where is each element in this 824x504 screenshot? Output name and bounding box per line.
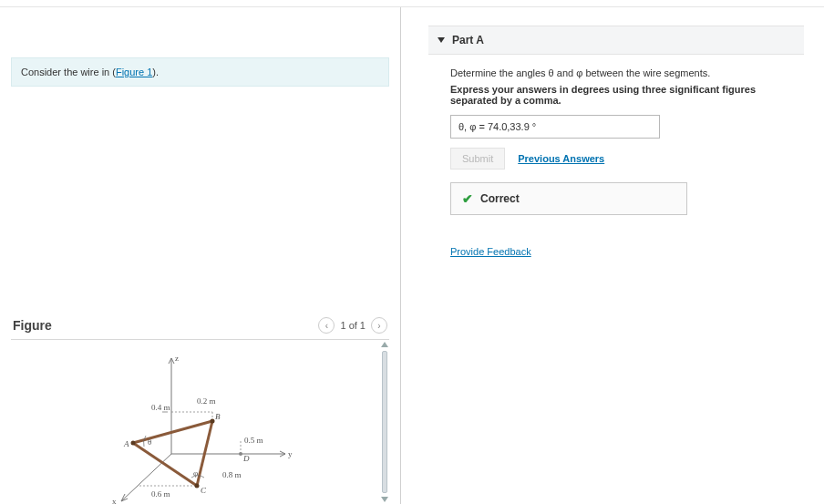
instruction-prefix: Consider the wire in (	[21, 67, 116, 77]
pt-a: A	[123, 439, 129, 448]
submit-button: Submit	[450, 148, 505, 170]
axis-x-label: x	[112, 497, 117, 504]
figure-prev-button[interactable]: ‹	[318, 317, 335, 334]
figure-link[interactable]: Figure 1	[116, 67, 152, 77]
question-prompt: Determine the angles θ and φ between the…	[450, 67, 804, 78]
figure-image: z y x	[11, 340, 376, 504]
figure-next-button[interactable]: ›	[371, 317, 387, 334]
svg-line-14	[133, 421, 212, 443]
dim-06: 0.6 m	[151, 489, 170, 499]
previous-answers-link[interactable]: Previous Answers	[518, 153, 604, 164]
correct-label: Correct	[480, 192, 520, 205]
instruction-box: Consider the wire in (Figure 1).	[11, 57, 389, 87]
part-title: Part A	[452, 34, 484, 46]
dim-04: 0.4 m	[151, 403, 170, 412]
dim-02: 0.2 m	[197, 396, 216, 406]
answer-unit: °	[530, 121, 536, 132]
svg-line-18	[133, 443, 197, 486]
axis-z-label: z	[175, 354, 179, 363]
collapse-icon[interactable]	[438, 37, 445, 43]
phi-label: φ	[193, 468, 198, 478]
svg-line-17	[212, 421, 241, 454]
pt-d: D	[242, 454, 250, 463]
figure-title: Figure	[13, 318, 52, 333]
scroll-down-icon[interactable]	[381, 497, 388, 502]
svg-line-15	[212, 421, 241, 448]
figure-scrollbar[interactable]	[380, 340, 389, 504]
scroll-thumb[interactable]	[382, 351, 387, 493]
answer-label: θ, φ =	[458, 121, 488, 132]
answer-instruction: Express your answers in degrees using th…	[450, 84, 804, 106]
correct-feedback: ✔ Correct	[450, 182, 687, 215]
provide-feedback-link[interactable]: Provide Feedback	[450, 246, 531, 257]
dim-05: 0.5 m	[244, 436, 263, 445]
svg-point-19	[130, 441, 135, 446]
scroll-up-icon[interactable]	[381, 342, 388, 347]
figure-header: Figure ‹ 1 of 1 ›	[11, 312, 389, 340]
dim-08: 0.8 m	[222, 470, 242, 479]
svg-point-20	[210, 419, 214, 424]
theta-label: θ	[148, 437, 151, 447]
answer-value: 74.0,33.9	[488, 121, 530, 132]
axis-y-label: y	[288, 449, 293, 458]
svg-point-22	[239, 452, 242, 456]
check-icon: ✔	[462, 192, 473, 205]
answer-display: θ, φ = 74.0,33.9 °	[450, 115, 660, 139]
svg-point-21	[194, 484, 199, 489]
pt-b: B	[215, 412, 221, 421]
pt-c: C	[201, 486, 207, 495]
instruction-suffix: ).	[152, 67, 159, 77]
part-header[interactable]: Part A	[428, 26, 804, 55]
figure-nav-text: 1 of 1	[340, 320, 366, 331]
